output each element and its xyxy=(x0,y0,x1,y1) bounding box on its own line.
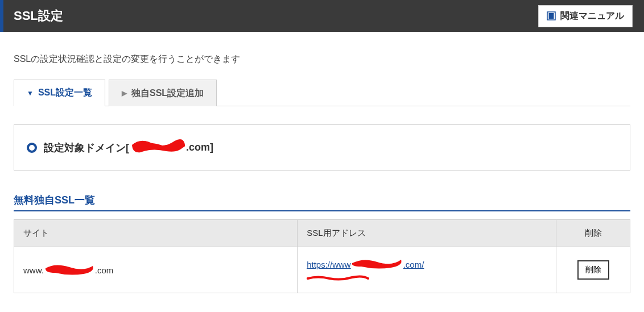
address-prefix: https://www xyxy=(307,260,351,269)
target-domain-prefix: 設定対象ドメイン[ xyxy=(44,141,129,155)
redacted-domain xyxy=(129,136,186,159)
redacted-underline xyxy=(307,273,369,282)
chevron-down-icon: ▼ xyxy=(27,89,34,97)
col-header-site: サイト xyxy=(14,220,298,247)
site-cell: www. .com xyxy=(23,263,288,278)
tab-ssl-list[interactable]: ▼ SSL設定一覧 xyxy=(14,80,105,106)
redacted-site xyxy=(44,263,95,278)
page-description: SSLの設定状況確認と設定の変更を行うことができます xyxy=(14,53,630,65)
page-header: SSL設定 関連マニュアル xyxy=(0,0,644,32)
table-row: www. .com https://www xyxy=(14,247,630,293)
page-title: SSL設定 xyxy=(14,7,63,24)
free-ssl-list-title: 無料独自SSL一覧 xyxy=(14,193,630,211)
circle-icon xyxy=(27,143,37,153)
address-suffix: .com/ xyxy=(403,260,424,269)
target-domain-text: 設定対象ドメイン[ .com] xyxy=(44,136,213,159)
ssl-address-link[interactable]: https://www .com/ xyxy=(307,257,424,272)
target-domain-suffix: .com] xyxy=(186,142,213,153)
redacted-address xyxy=(351,257,403,272)
svg-rect-1 xyxy=(549,13,554,19)
target-domain-box: 設定対象ドメイン[ .com] xyxy=(14,124,630,170)
book-icon xyxy=(547,11,556,20)
col-header-delete: 削除 xyxy=(556,220,630,247)
chevron-right-icon: ▶ xyxy=(122,89,127,97)
site-prefix: www. xyxy=(23,265,44,275)
related-manual-label: 関連マニュアル xyxy=(560,10,624,22)
tab-ssl-list-label: SSL設定一覧 xyxy=(38,87,92,99)
tabs: ▼ SSL設定一覧 ▶ 独自SSL設定追加 xyxy=(14,79,630,106)
delete-button[interactable]: 削除 xyxy=(577,260,609,280)
tab-add-ssl-label: 独自SSL設定追加 xyxy=(131,88,204,99)
site-suffix: .com xyxy=(95,265,114,275)
ssl-table: サイト SSL用アドレス 削除 www. .c xyxy=(14,219,630,293)
col-header-address: SSL用アドレス xyxy=(298,220,556,247)
related-manual-button[interactable]: 関連マニュアル xyxy=(538,5,633,27)
tab-add-ssl[interactable]: ▶ 独自SSL設定追加 xyxy=(109,80,217,106)
